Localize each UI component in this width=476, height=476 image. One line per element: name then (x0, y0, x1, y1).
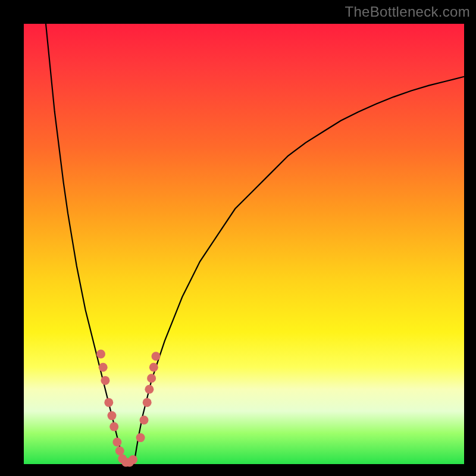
marker-dot (129, 455, 137, 464)
watermark-text: TheBottleneck.com (345, 4, 470, 20)
marker-dot (145, 385, 154, 394)
marker-dot (96, 350, 105, 359)
marker-dot (143, 398, 152, 407)
plot-area (24, 24, 464, 464)
marker-dot (109, 422, 118, 431)
marker-dot (99, 363, 108, 372)
marker-dot (152, 352, 161, 361)
marker-dot (101, 376, 109, 385)
marker-dot (112, 438, 121, 447)
chart-frame: TheBottleneck.com (0, 0, 476, 476)
curve-left-branch (46, 24, 123, 464)
marker-dot (140, 416, 149, 425)
marker-dot (147, 374, 156, 383)
marker-dot (149, 363, 158, 372)
marker-group (96, 350, 161, 467)
marker-dot (136, 433, 145, 442)
marker-dot (115, 446, 124, 455)
curve-right-branch (134, 77, 464, 464)
marker-dot (104, 398, 113, 407)
chart-svg (24, 24, 464, 464)
marker-dot (108, 411, 117, 420)
